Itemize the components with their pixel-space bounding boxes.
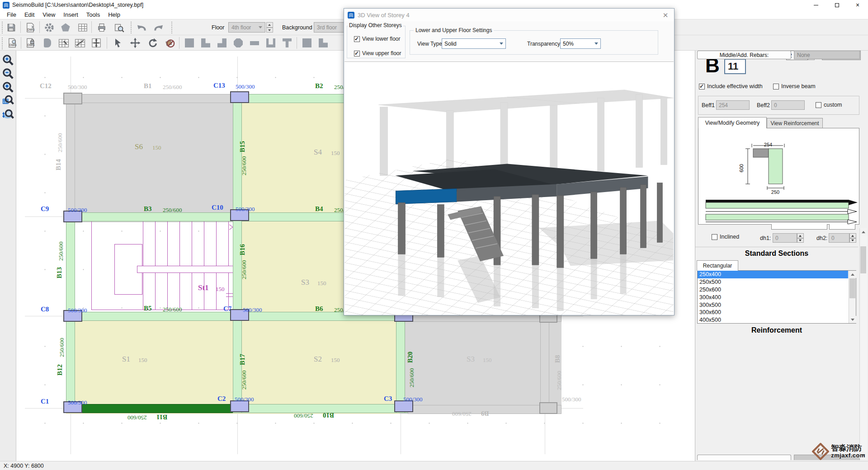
transparency-select[interactable]: 50% (560, 38, 601, 49)
beam-b3[interactable] (66, 212, 243, 221)
beam-b13[interactable] (66, 212, 75, 321)
view-type-select[interactable]: Solid (442, 38, 506, 49)
slab-s3-bg[interactable] (400, 313, 561, 414)
dh2-field[interactable]: 0 (829, 233, 849, 243)
dwg-lock-icon[interactable]: DWG (24, 36, 37, 50)
dialog-3d-view[interactable]: 3D View of Storey 4 ✕ Display Other Stor… (344, 8, 675, 315)
slab-grid-icon[interactable] (57, 36, 71, 50)
tab-view-reinforcement[interactable]: View Reinforcement (767, 118, 823, 128)
move-tool-icon[interactable] (128, 36, 142, 50)
stair-outline[interactable] (91, 220, 235, 310)
select-arrow-icon[interactable] (111, 36, 125, 50)
column-bg[interactable] (539, 402, 557, 414)
dwg-view-icon[interactable]: DWG (5, 36, 19, 50)
beam-b14[interactable] (66, 94, 75, 221)
stair-grid-icon[interactable] (73, 36, 87, 50)
floor-spinner[interactable] (266, 22, 273, 33)
settings-gear-icon[interactable] (42, 21, 56, 34)
beam-b5[interactable] (66, 312, 243, 321)
grid-table-icon[interactable] (76, 21, 90, 34)
beam-b11-selected[interactable] (66, 404, 243, 413)
zoom-in-icon[interactable] (1, 53, 15, 67)
standard-sections-list[interactable]: 250x400250x500250x600300x400300x500300x6… (697, 270, 856, 324)
section-lshape2-icon[interactable] (215, 36, 229, 50)
menu-item[interactable]: Insert (59, 10, 82, 19)
dh2-spinner[interactable] (849, 233, 856, 243)
inclined-checkbox[interactable]: Inclined (712, 234, 739, 240)
menu-item[interactable]: File (3, 10, 20, 19)
menu-item[interactable]: Help (104, 10, 124, 19)
clipped-rebar-button[interactable] (697, 455, 791, 460)
beff1-field[interactable]: 254 (716, 100, 750, 110)
dh1-spinner[interactable] (797, 233, 804, 243)
beam-b8[interactable] (540, 313, 549, 414)
section-square2-icon[interactable] (300, 36, 314, 50)
section-wall-icon[interactable] (248, 36, 261, 50)
rotate-tool-icon[interactable] (146, 36, 159, 50)
undo-icon[interactable] (135, 21, 148, 34)
section-option[interactable]: 250x500 (698, 278, 848, 286)
zoom-window-icon[interactable] (1, 94, 15, 108)
building-shape-icon[interactable] (59, 21, 72, 34)
3d-viewport[interactable] (344, 61, 674, 315)
add-rebars-button[interactable]: Middle/Add. Rebars: (697, 51, 791, 59)
sections-scrollbar[interactable] (849, 271, 856, 323)
print-preview-icon[interactable] (112, 21, 126, 34)
panel-scrollbar[interactable] (859, 228, 867, 459)
scroll-down-icon[interactable] (849, 316, 856, 323)
column-c12[interactable] (63, 93, 82, 104)
slab-s6[interactable] (66, 94, 243, 222)
dialog-close-icon[interactable]: ✕ (660, 11, 670, 19)
slab-s1[interactable] (66, 312, 243, 414)
zoom-extents-icon[interactable] (1, 80, 15, 94)
inverse-beam-checkbox[interactable]: Inverse beam (773, 83, 816, 89)
plan-label: 150 (216, 286, 225, 292)
print-icon[interactable] (95, 21, 108, 34)
section-option[interactable]: 300x500 (698, 301, 848, 309)
zoom-out-icon[interactable] (1, 67, 15, 80)
menu-item[interactable]: Tools (82, 10, 104, 19)
custom-checkbox[interactable]: custom (816, 102, 842, 108)
section-circle-icon[interactable] (231, 36, 245, 50)
close-button[interactable]: × (847, 0, 868, 10)
section-option[interactable]: 300x400 (698, 293, 848, 301)
zoom-dynamic-icon[interactable] (1, 108, 15, 121)
minimize-button[interactable] (806, 0, 826, 10)
save-icon[interactable] (5, 21, 18, 34)
column-c13[interactable] (230, 91, 249, 103)
beam-number-input[interactable]: 11 (724, 59, 746, 74)
stair-landing[interactable] (137, 266, 235, 273)
section-option[interactable]: 400x500 (698, 316, 848, 324)
view-lower-floor-checkbox[interactable]: View lower floor (354, 36, 400, 42)
tab-rectangular[interactable]: Rectangular (697, 260, 738, 271)
dialog-title-bar[interactable]: 3D View of Storey 4 ✕ (344, 9, 674, 21)
scroll-up-icon[interactable] (849, 271, 856, 278)
section-ushape-icon[interactable] (264, 36, 278, 50)
beam-b12[interactable] (66, 312, 75, 413)
section-square-icon[interactable] (183, 36, 196, 50)
beam-b1[interactable] (66, 94, 243, 103)
beam-tool-icon[interactable] (41, 36, 54, 50)
beff2-field[interactable]: 0 (771, 100, 805, 110)
scroll-up-icon[interactable] (860, 228, 867, 235)
dh1-field[interactable]: 0 (773, 233, 797, 243)
section-lshape-icon[interactable] (199, 36, 212, 50)
beam-b10[interactable] (233, 404, 409, 413)
section-tshape-icon[interactable] (280, 36, 294, 50)
section-option[interactable]: 300x600 (698, 309, 848, 316)
delete-tool-icon[interactable] (163, 36, 176, 50)
floor-select[interactable]: 4th floor (228, 22, 265, 33)
view-upper-floor-checkbox[interactable]: View upper floor (354, 50, 401, 56)
section-option[interactable]: 250x600 (698, 286, 848, 294)
menu-item[interactable]: View (38, 10, 59, 19)
mesh-arrows-icon[interactable] (90, 36, 103, 50)
tab-view-modify-geometry[interactable]: View/Modify Geometry (698, 117, 767, 128)
plan-label: B16 (239, 244, 246, 255)
maximize-button[interactable] (826, 0, 847, 10)
section-lshape3-icon[interactable] (316, 36, 330, 50)
section-option[interactable]: 250x400 (698, 271, 848, 278)
redo-icon[interactable] (152, 21, 165, 34)
include-effective-width-checkbox[interactable]: Include effective width (699, 83, 763, 89)
menu-item[interactable]: Edit (20, 10, 38, 19)
import-dwg-icon[interactable]: DWG (24, 21, 37, 34)
